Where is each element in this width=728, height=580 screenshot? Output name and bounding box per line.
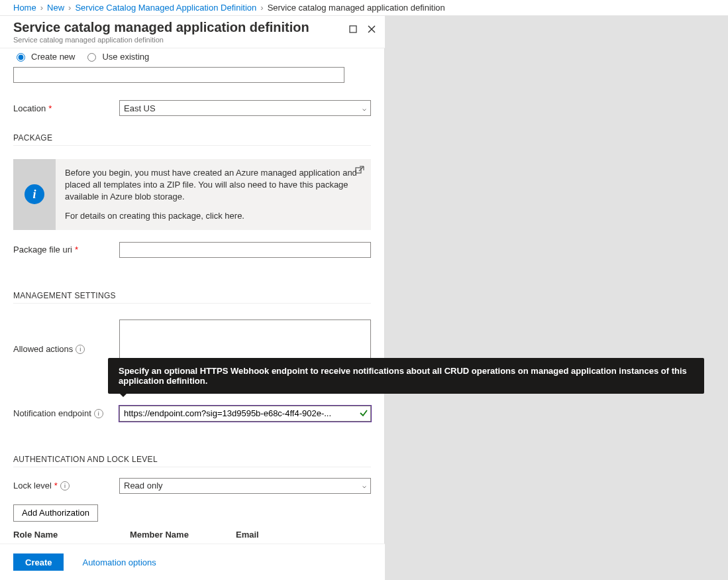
maximize-icon[interactable] bbox=[348, 24, 358, 34]
svg-rect-0 bbox=[350, 26, 356, 32]
breadcrumb: Home › New › Service Catalog Managed App… bbox=[0, 0, 728, 16]
chevron-right-icon: › bbox=[68, 3, 71, 13]
location-select[interactable]: East US ⌵ bbox=[119, 100, 371, 116]
required-icon: * bbox=[48, 103, 52, 113]
chevron-right-icon: › bbox=[260, 3, 263, 13]
required-icon: * bbox=[54, 481, 58, 491]
lock-level-value: Read only bbox=[124, 481, 163, 491]
chevron-right-icon: › bbox=[40, 3, 43, 13]
notification-endpoint-input[interactable] bbox=[119, 406, 371, 422]
radio-create-new-label: Create new bbox=[31, 52, 75, 62]
close-icon[interactable] bbox=[366, 24, 377, 34]
blade-header: Service catalog managed application defi… bbox=[0, 16, 385, 48]
notification-endpoint-label: Notification endpoint bbox=[13, 408, 91, 418]
col-member-name: Member Name bbox=[130, 530, 236, 540]
radio-create-new[interactable]: Create new bbox=[13, 51, 75, 62]
required-icon: * bbox=[75, 245, 78, 255]
radio-use-existing-input[interactable] bbox=[87, 53, 96, 62]
radio-use-existing[interactable]: Use existing bbox=[84, 51, 149, 62]
blade-footer: Create Automation options bbox=[0, 544, 385, 580]
add-authorization-button[interactable]: Add Authorization bbox=[13, 504, 98, 522]
resource-group-input[interactable] bbox=[13, 67, 344, 83]
blade: Service catalog managed application defi… bbox=[0, 16, 385, 580]
info-box: i Before you begin, you must have create… bbox=[13, 159, 371, 230]
info-icon: i bbox=[25, 184, 44, 204]
check-icon bbox=[359, 408, 368, 420]
package-uri-label: Package file uri bbox=[13, 245, 72, 255]
info-tooltip-icon[interactable]: i bbox=[76, 345, 85, 354]
section-management: MANAGEMENT SETTINGS bbox=[13, 278, 371, 304]
breadcrumb-home[interactable]: Home bbox=[13, 3, 36, 13]
breadcrumb-defs[interactable]: Service Catalog Managed Application Defi… bbox=[75, 3, 256, 13]
info-tooltip-icon[interactable]: i bbox=[94, 409, 103, 418]
lock-level-select[interactable]: Read only ⌵ bbox=[119, 478, 371, 494]
page-subtitle: Service catalog managed application defi… bbox=[13, 36, 372, 44]
auth-table-header: Role Name Member Name Email bbox=[13, 524, 371, 544]
lock-level-label: Lock level bbox=[13, 481, 52, 491]
chevron-down-icon: ⌵ bbox=[362, 105, 370, 112]
location-value: East US bbox=[124, 103, 156, 113]
info-tooltip-icon[interactable]: i bbox=[60, 481, 70, 491]
section-auth: AUTHENTICATION AND LOCK LEVEL bbox=[13, 441, 371, 467]
info-text-2: For details on creating this package, cl… bbox=[65, 210, 362, 222]
package-uri-input[interactable] bbox=[119, 242, 371, 258]
breadcrumb-current: Service catalog managed application defi… bbox=[268, 3, 445, 13]
automation-options-link[interactable]: Automation options bbox=[82, 557, 156, 567]
location-label: Location bbox=[13, 103, 46, 113]
section-package: PACKAGE bbox=[13, 120, 371, 146]
page-title: Service catalog managed application defi… bbox=[13, 20, 372, 35]
radio-create-new-input[interactable] bbox=[17, 53, 25, 62]
blade-body[interactable]: Create new Use existing Location * East … bbox=[0, 48, 385, 544]
chevron-down-icon: ⌵ bbox=[362, 482, 370, 489]
tooltip: Specify an optional HTTPS Webhook endpoi… bbox=[108, 358, 704, 394]
allowed-actions-label: Allowed actions bbox=[13, 344, 73, 354]
create-button[interactable]: Create bbox=[13, 553, 64, 571]
radio-use-existing-label: Use existing bbox=[102, 52, 149, 62]
info-text-1: Before you begin, you must have created … bbox=[65, 167, 362, 203]
external-link-icon[interactable] bbox=[355, 166, 364, 178]
info-icon-pad: i bbox=[13, 159, 56, 230]
breadcrumb-new[interactable]: New bbox=[47, 3, 64, 13]
col-email: Email bbox=[236, 530, 371, 540]
col-role-name: Role Name bbox=[13, 530, 130, 540]
